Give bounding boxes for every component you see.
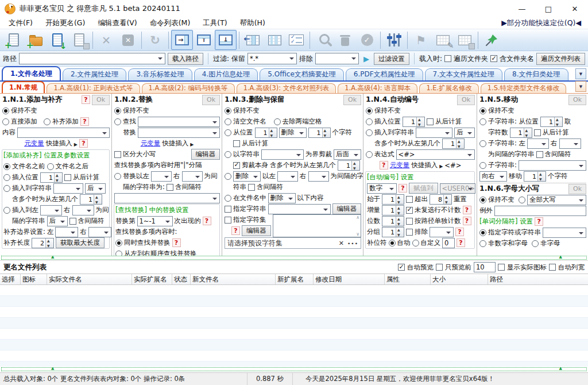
delete-check-button[interactable] [334,30,356,50]
menu-edit-view[interactable]: 编辑查看(V) [91,18,143,28]
p4-start-spinner[interactable]: 1 [382,194,404,205]
p3-between-radio[interactable] [225,173,231,180]
help-icon[interactable]: ? [399,184,407,192]
p3-preset-bar[interactable]: 请选择预设字符集 [225,237,361,249]
menu-help[interactable]: 帮助(H) [234,18,272,28]
help-icon[interactable]: ? [82,95,90,104]
p4-insert-pos-radio[interactable] [366,118,373,125]
subtab-script[interactable]: 1.A.高级(4): 语言脚本 [338,83,417,93]
p1-get-max-button[interactable]: 获取最大长度 [56,237,105,248]
auto-col-width-checkbox[interactable] [549,264,556,271]
subtab-regex[interactable]: 1.A.高级(1): 正则表达式等 [47,83,140,93]
p3-clear-radio[interactable] [225,118,231,125]
column-header-new-name[interactable]: 新文件名 [191,274,276,284]
tab-image-info[interactable]: 4.图片信息处理 [194,68,258,80]
p1-insert-pos-radio[interactable] [3,174,10,181]
p4-digits-spinner[interactable]: 1 [382,216,404,226]
p1-multi-nth-spinner[interactable]: 1 [80,194,102,205]
p1-pad-add-radio[interactable] [44,118,51,125]
toggle-bottom-panel-button[interactable] [215,30,237,50]
help-icon[interactable]: ? [455,228,464,236]
p4-assign-to-button[interactable]: 赋值到 [409,183,438,194]
p4-uncounted-checkbox[interactable] [406,207,413,214]
p2-between-radio[interactable] [114,173,121,180]
quick-locate-menu[interactable]: ▶部分功能快速定位(Q)◀ [501,18,586,28]
flag-mark-button[interactable] [410,30,432,50]
p1-insert-between-radio[interactable] [3,207,10,214]
p4-expression-combo[interactable]: <#> [396,149,475,160]
load-path-button[interactable]: 载入路径 [168,53,203,65]
p1-metavar-link[interactable]: 元变量 [24,139,44,148]
p5-move-spinner[interactable]: 1 [524,171,546,182]
p6-spec-combo[interactable] [543,228,586,238]
auto-preview-checkbox[interactable] [398,264,405,271]
p3-right-sep-combo[interactable] [308,171,329,182]
p3-charset-checkbox[interactable] [225,217,231,224]
p2-simultaneous-radio[interactable] [115,240,122,247]
expand-icon[interactable] [439,161,443,170]
p4-from-end-checkbox[interactable] [427,118,434,125]
pin-window-button[interactable] [481,30,502,50]
check-options-button[interactable] [285,30,307,50]
column-header-path[interactable]: 路径 [488,274,588,284]
p4-increment-spinner[interactable]: 1 [382,205,404,215]
menu-start-rename[interactable]: 开始更名(G) [39,18,91,28]
p1-right-sep-combo[interactable] [72,205,94,215]
p4-multi-nth-spinner[interactable]: 1 [442,138,465,149]
horizontal-splitter-top[interactable] [1,256,587,260]
refresh-button[interactable] [144,30,166,50]
toggle-top-panel-button[interactable] [193,30,215,50]
filter-settings-button[interactable]: 过滤设置 [374,53,409,65]
p5-include-sep-checkbox[interactable] [536,151,543,158]
help-icon[interactable]: ? [380,161,388,170]
p5-pos-spinner[interactable]: 1 [540,117,563,127]
panel6-ok-button[interactable]: Ok [568,184,586,194]
p2-case-checkbox[interactable] [114,151,121,158]
sub-tab-overflow-button[interactable] [575,81,586,92]
p4-insert-to-str-radio[interactable] [366,129,373,136]
preview-count-input[interactable]: 10 [474,262,496,272]
p4-type-combo[interactable]: 数字 [367,183,397,194]
p1-left-sep-combo[interactable] [40,205,62,215]
p4-auto-radio[interactable] [389,240,396,247]
p4-after-combo[interactable]: 后 [454,128,475,138]
p1-insert-str-combo[interactable] [53,183,83,194]
menu-command-list[interactable]: 命令列表(M) [144,18,197,28]
subtab-extension[interactable]: 1.E.扩展名修改 [419,83,478,93]
tab-file-classify[interactable]: 8.文件归类处理 [504,68,568,80]
path-combo[interactable] [19,53,165,64]
p2-find-radio[interactable] [114,118,121,125]
apply-rename-button[interactable] [356,30,378,50]
traverse-file-list-button[interactable]: 遍历文件列表 [536,53,585,65]
help-icon[interactable]: ? [535,217,543,226]
column-header-actual-name[interactable]: 实际文件名 [47,274,132,284]
p4-metavar-link[interactable]: 元变量 [390,161,410,170]
p4-group-spinner[interactable]: 1 [382,227,404,237]
p4-user-var-combo[interactable]: <USER0> [440,183,475,194]
tab-file-attributes[interactable]: 2.文件属性处理 [63,68,126,80]
p2-sequential-radio[interactable] [115,251,122,256]
p3-trim-radio[interactable] [274,118,281,125]
help-icon[interactable]: ? [457,238,465,247]
p6-spec-radio[interactable] [479,229,486,236]
p2-sep-value-combo[interactable] [114,193,220,203]
p5-right-sep-combo[interactable] [559,138,581,149]
tab-text-attributes[interactable]: 7.文本文件属性处理 [425,68,502,80]
column-header-size[interactable]: 大小 [431,274,488,284]
p3-behind-combo[interactable]: 后面 [334,149,361,160]
help-icon[interactable]: ? [231,226,240,235]
p4-exclude-checkbox[interactable] [406,229,413,236]
p1-after-name-radio[interactable] [47,163,54,170]
panel1-ok-button[interactable]: Ok [92,95,110,105]
settings-sliders-button[interactable] [383,30,405,50]
show-real-icons-checkbox[interactable] [498,264,505,271]
p3-in-name-radio[interactable] [225,195,231,202]
load-file-list-button[interactable] [47,30,68,50]
help-icon[interactable]: ? [203,217,211,225]
panel5-ok-button[interactable]: Ok [568,95,586,105]
p4-exceed-spinner[interactable]: 8 [430,194,452,205]
p2-replace-combo[interactable] [138,128,220,138]
edit-table-button[interactable] [432,30,454,50]
traverse-folders-checkbox[interactable] [444,55,451,62]
p5-left-sep-combo[interactable] [527,138,549,149]
